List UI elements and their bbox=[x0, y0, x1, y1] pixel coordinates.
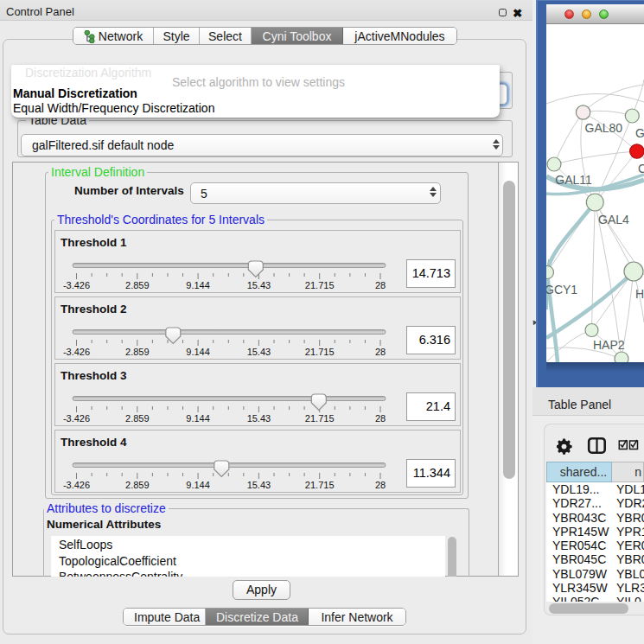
svg-text:-3.426: -3.426 bbox=[63, 413, 90, 424]
svg-text:GCY1: GCY1 bbox=[546, 283, 577, 296]
svg-text:15.43: 15.43 bbox=[247, 413, 271, 424]
svg-text:GAL4: GAL4 bbox=[598, 213, 629, 226]
svg-text:9.144: 9.144 bbox=[186, 280, 210, 290]
svg-text:C: C bbox=[638, 162, 644, 175]
svg-text:GAL11: GAL11 bbox=[555, 173, 592, 187]
svg-text:2.859: 2.859 bbox=[125, 347, 150, 357]
svg-text:9.144: 9.144 bbox=[186, 413, 210, 424]
svg-text:9.144: 9.144 bbox=[186, 480, 210, 490]
svg-text:28: 28 bbox=[375, 347, 386, 357]
svg-text:2.859: 2.859 bbox=[125, 480, 150, 490]
svg-text:2.859: 2.859 bbox=[125, 280, 150, 290]
svg-text:28: 28 bbox=[375, 480, 386, 490]
svg-text:9.144: 9.144 bbox=[186, 347, 210, 357]
svg-text:G.: G. bbox=[635, 126, 644, 140]
svg-text:21.715: 21.715 bbox=[305, 413, 335, 424]
svg-text:21.715: 21.715 bbox=[305, 347, 335, 357]
svg-text:2.859: 2.859 bbox=[125, 413, 150, 424]
svg-text:-3.426: -3.426 bbox=[63, 280, 90, 290]
svg-text:-3.426: -3.426 bbox=[63, 347, 90, 357]
svg-text:21.715: 21.715 bbox=[305, 480, 335, 490]
svg-text:-3.426: -3.426 bbox=[63, 480, 90, 490]
svg-text:28: 28 bbox=[375, 280, 386, 290]
svg-text:H: H bbox=[635, 287, 644, 301]
svg-text:28: 28 bbox=[375, 413, 386, 424]
svg-text:15.43: 15.43 bbox=[247, 280, 271, 290]
svg-text:21.715: 21.715 bbox=[305, 280, 335, 290]
svg-text:HAP2: HAP2 bbox=[593, 338, 625, 352]
svg-text:15.43: 15.43 bbox=[247, 480, 271, 490]
svg-text:GAL80: GAL80 bbox=[585, 121, 623, 135]
svg-text:15.43: 15.43 bbox=[247, 347, 271, 357]
